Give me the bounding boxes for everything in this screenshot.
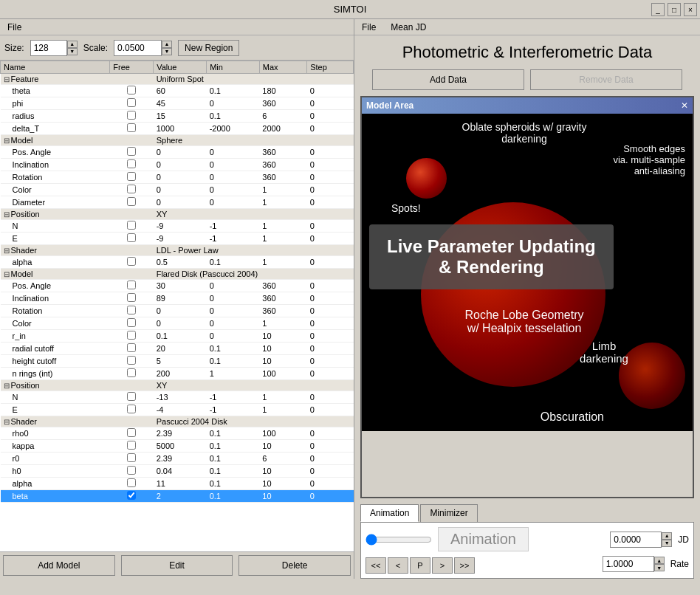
table-row[interactable]: E -9 -1 1 0 [1, 233, 354, 245]
rate-down-button[interactable]: ▼ [654, 564, 665, 571]
param-step: 0 [307, 404, 354, 416]
param-max: 360 [259, 97, 306, 110]
param-free-checkbox[interactable] [110, 159, 154, 171]
table-row[interactable]: theta 60 0.1 180 0 [1, 85, 354, 97]
param-free-checkbox[interactable] [110, 317, 154, 330]
add-data-button[interactable]: Add Data [372, 69, 524, 90]
col-value: Value [154, 61, 207, 74]
param-free-checkbox[interactable] [110, 355, 154, 368]
table-row[interactable]: alpha 11 0.1 10 0 [1, 478, 354, 490]
scale-input[interactable] [114, 40, 162, 56]
param-free-checkbox[interactable] [110, 330, 154, 343]
minimize-button[interactable]: _ [651, 3, 665, 16]
jd-down-button[interactable]: ▼ [662, 540, 672, 547]
animation-slider[interactable] [366, 534, 432, 546]
add-model-button[interactable]: Add Model [3, 555, 115, 576]
table-row[interactable]: h0 0.04 0.1 10 0 [1, 465, 354, 478]
scale-up-button[interactable]: ▲ [162, 41, 172, 48]
table-row[interactable]: Pos. Angle 0 0 360 0 [1, 146, 354, 159]
table-row[interactable]: r_in 0.1 0 10 0 [1, 330, 354, 343]
table-row[interactable]: r0 2.39 0.1 6 0 [1, 453, 354, 465]
param-free-checkbox[interactable] [110, 280, 154, 292]
model-area-close-button[interactable]: ✕ [681, 100, 688, 111]
rate-input[interactable] [603, 556, 654, 572]
param-free-checkbox[interactable] [110, 427, 154, 440]
delete-button[interactable]: Delete [239, 555, 351, 576]
param-name: h0 [1, 465, 110, 478]
param-min: 0 [207, 184, 260, 196]
nav-prev-button[interactable]: < [388, 557, 408, 574]
size-down-button[interactable]: ▼ [67, 48, 78, 55]
param-free-checkbox[interactable] [110, 404, 154, 416]
param-free-checkbox[interactable] [110, 368, 154, 380]
param-free-checkbox[interactable] [110, 478, 154, 490]
rate-up-button[interactable]: ▲ [654, 557, 665, 564]
param-free-checkbox[interactable] [110, 440, 154, 453]
table-row[interactable]: alpha 0.5 0.1 1 0 [1, 256, 354, 269]
table-row[interactable]: N -9 -1 1 0 [1, 220, 354, 233]
table-row[interactable]: E -4 -1 1 0 [1, 404, 354, 416]
param-free-checkbox[interactable] [110, 97, 154, 110]
nav-forward-button[interactable]: >> [454, 557, 475, 574]
table-row[interactable]: N -13 -1 1 0 [1, 391, 354, 404]
nav-next-button[interactable]: > [432, 557, 453, 574]
param-free-checkbox[interactable] [110, 146, 154, 159]
maximize-button[interactable]: □ [668, 3, 681, 16]
param-free-checkbox[interactable] [110, 110, 154, 123]
table-row[interactable]: kappa 5000 0.1 10 0 [1, 440, 354, 453]
animation-tab[interactable]: Animation [360, 504, 419, 522]
table-row[interactable]: Color 0 0 1 0 [1, 184, 354, 196]
edit-button[interactable]: Edit [121, 555, 233, 576]
table-row[interactable]: radial cutoff 20 0.1 10 0 [1, 343, 354, 355]
table-row[interactable]: Diameter 0 0 1 0 [1, 196, 354, 209]
table-row[interactable]: Inclination 0 0 360 0 [1, 159, 354, 171]
table-row[interactable]: beta 2 0.1 10 0 [1, 490, 354, 503]
table-row[interactable]: Inclination 89 0 360 0 [1, 292, 354, 305]
table-row[interactable]: Rotation 0 0 360 0 [1, 171, 354, 184]
param-free-checkbox[interactable] [110, 305, 154, 317]
table-row[interactable]: radius 15 0.1 6 0 [1, 110, 354, 123]
param-value: 0 [154, 184, 207, 196]
size-input[interactable] [30, 40, 67, 56]
jd-input[interactable] [610, 532, 662, 548]
param-free-checkbox[interactable] [110, 391, 154, 404]
table-row[interactable]: rho0 2.39 0.1 100 0 [1, 427, 354, 440]
table-row[interactable]: height cutoff 5 0.1 10 0 [1, 355, 354, 368]
new-region-button[interactable]: New Region [178, 40, 239, 56]
table-row[interactable]: delta_T 1000 -2000 2000 0 [1, 123, 354, 135]
param-step: 0 [307, 123, 354, 135]
param-free-checkbox[interactable] [110, 453, 154, 465]
param-free-checkbox[interactable] [110, 123, 154, 135]
file-menu[interactable]: File [4, 21, 24, 34]
nav-rewind-button[interactable]: << [366, 557, 386, 574]
rate-unit: Rate [670, 559, 689, 569]
param-free-checkbox[interactable] [110, 343, 154, 355]
param-free-checkbox[interactable] [110, 85, 154, 97]
param-step: 0 [307, 146, 354, 159]
param-free-checkbox[interactable] [110, 292, 154, 305]
table-row[interactable]: phi 45 0 360 0 [1, 97, 354, 110]
param-free-checkbox[interactable] [110, 171, 154, 184]
param-free-checkbox[interactable] [110, 465, 154, 478]
remove-data-button[interactable]: Remove Data [530, 69, 682, 90]
close-button[interactable]: × [684, 3, 697, 16]
size-up-button[interactable]: ▲ [67, 41, 78, 48]
param-free-checkbox[interactable] [110, 256, 154, 269]
table-row[interactable]: Rotation 0 0 360 0 [1, 305, 354, 317]
table-row[interactable]: n rings (int) 200 1 100 0 [1, 368, 354, 380]
param-min: 1 [207, 368, 260, 380]
param-step: 0 [307, 440, 354, 453]
table-row[interactable]: Pos. Angle 30 0 360 0 [1, 280, 354, 292]
right-file-menu[interactable]: File [359, 21, 379, 34]
nav-play-button[interactable]: P [410, 557, 430, 574]
scale-down-button[interactable]: ▼ [162, 48, 172, 55]
param-free-checkbox[interactable] [110, 184, 154, 196]
jd-up-button[interactable]: ▲ [662, 532, 672, 540]
minimizer-tab[interactable]: Minimizer [420, 504, 477, 522]
param-free-checkbox[interactable] [110, 490, 154, 503]
param-free-checkbox[interactable] [110, 220, 154, 233]
param-free-checkbox[interactable] [110, 233, 154, 245]
table-row[interactable]: Color 0 0 1 0 [1, 317, 354, 330]
mean-jd-menu[interactable]: Mean JD [388, 21, 429, 34]
param-free-checkbox[interactable] [110, 196, 154, 209]
